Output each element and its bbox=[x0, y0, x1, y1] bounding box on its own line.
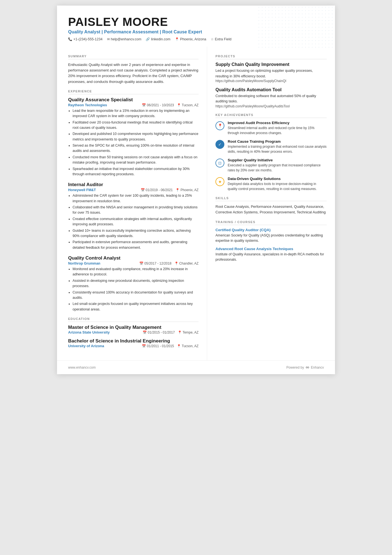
email-value: help@enhancv.com bbox=[111, 37, 142, 41]
achievement-content-2: Root Cause Training Program Implemented … bbox=[228, 139, 327, 154]
summary-section: SUMMARY Enthusiastic Quality Analyst wit… bbox=[68, 55, 199, 85]
job-title-3: Quality Control Analyst bbox=[68, 255, 199, 261]
achievement-title-2: Root Cause Training Program bbox=[228, 139, 327, 144]
job-block-3: Quality Control Analyst Northrop Grumman… bbox=[68, 255, 199, 312]
extra-contact: ☆ Extra Field bbox=[211, 37, 232, 41]
job-dates-loc-2: 📅 01/2019 - 06/2021 📍 Phoenix, AZ bbox=[141, 188, 199, 192]
right-column: PROJECTS Supply Chain Quality Improvemen… bbox=[207, 47, 335, 360]
job-meta-2: Honeywell FM&T 📅 01/2019 - 06/2021 📍 Pho… bbox=[68, 188, 199, 192]
pin-icon-2: 📍 bbox=[175, 188, 180, 192]
location-contact: 📍 Phoenix, Arizona bbox=[175, 37, 206, 41]
education-section: EDUCATION Master of Science in Quality M… bbox=[68, 317, 199, 348]
bullet: Led small-scale projects focused on qual… bbox=[73, 301, 199, 312]
achievement-icon-3: ⊡ bbox=[215, 159, 224, 167]
experience-title: EXPERIENCE bbox=[68, 90, 199, 94]
star-icon: ☆ bbox=[211, 37, 214, 41]
training-block-1: Certified Quality Auditor (CQA) American… bbox=[215, 228, 327, 243]
projects-section: PROJECTS Supply Chain Quality Improvemen… bbox=[215, 55, 327, 108]
calendar-icon-edu1: 📅 bbox=[143, 330, 147, 334]
achievement-desc-2: Implemented a training program that enha… bbox=[228, 144, 327, 154]
project-link-1[interactable]: https://github.com/PaisleyMoore/SupplyCh… bbox=[215, 79, 327, 83]
achievement-icon-1: 📍 bbox=[215, 121, 224, 130]
edu-school-1: Arizona State University bbox=[68, 330, 110, 334]
achievements-title: KEY ACHIEVEMENTS bbox=[215, 113, 327, 118]
project-link-2[interactable]: https://github.com/PaisleyMoore/QualityA… bbox=[215, 104, 327, 108]
bullet: Facilitated over 20 cross-functional mee… bbox=[73, 120, 199, 131]
linkedin-icon: 🔗 bbox=[146, 37, 150, 41]
project-block-2: Quality Audits Automation Tool Contribut… bbox=[215, 87, 327, 108]
training-desc-2: Institute of Quality Assurance, speciali… bbox=[215, 252, 327, 262]
achievements-section: KEY ACHIEVEMENTS 📍 Improved Audit Proces… bbox=[215, 113, 327, 191]
achievement-item-2: ✓ Root Cause Training Program Implemente… bbox=[215, 139, 327, 154]
pin-icon-1: 📍 bbox=[177, 103, 181, 107]
job-bullets-2: Administered the CAR system for over 100… bbox=[68, 193, 199, 250]
edu-school-2: University of Arizona bbox=[68, 344, 104, 348]
job-title-1: Quality Assurance Specialist bbox=[68, 97, 199, 103]
achievement-desc-1: Streamlined internal audits and reduced … bbox=[228, 125, 327, 135]
projects-title: PROJECTS bbox=[215, 55, 327, 59]
resume-page: PAISLEY MOORE Quality Analyst | Performa… bbox=[57, 6, 335, 374]
body-columns: SUMMARY Enthusiastic Quality Analyst wit… bbox=[57, 47, 335, 360]
edu-block-1: Master of Science in Quality Management … bbox=[68, 325, 199, 334]
calendar-icon-1: 📅 bbox=[142, 103, 146, 107]
candidate-title: Quality Analyst | Performance Assessment… bbox=[68, 29, 324, 34]
achievement-title-3: Supplier Quality Initiative bbox=[228, 158, 327, 162]
candidate-name: PAISLEY MOORE bbox=[68, 16, 324, 28]
project-title-2: Quality Audits Automation Tool bbox=[215, 87, 327, 92]
project-desc-2: Contributed to developing software that … bbox=[215, 93, 327, 104]
skills-section: SKILLS Root Cause Analysis, Performance … bbox=[215, 196, 327, 216]
summary-title: SUMMARY bbox=[68, 55, 199, 59]
achievement-content-1: Improved Audit Process Efficiency Stream… bbox=[228, 121, 327, 135]
edu-dates-loc-2: 📅 01/2011 - 01/2015 📍 Tucson, AZ bbox=[142, 344, 199, 348]
achievement-icon-2: ✓ bbox=[215, 140, 224, 149]
achievement-content-4: Data-Driven Quality Solutions Deployed d… bbox=[228, 177, 327, 191]
education-title: EDUCATION bbox=[68, 317, 199, 322]
job-bullets-1: Lead the team responsible for a 15% redu… bbox=[68, 108, 199, 177]
location-icon: 📍 bbox=[175, 37, 179, 41]
job-location-1: 📍 Tucson, AZ bbox=[177, 103, 199, 107]
calendar-icon-3: 📅 bbox=[139, 262, 143, 265]
pin-icon-edu1: 📍 bbox=[178, 330, 182, 334]
training-block-2: Advanced Root Cause Analysis Techniques … bbox=[215, 247, 327, 262]
bullet: Developed and published 10 comprehensive… bbox=[73, 131, 199, 142]
bullet: Lead the team responsible for a 15% redu… bbox=[73, 108, 199, 119]
bullet: Spearheaded an initiative that improved … bbox=[73, 166, 199, 177]
bullet: Consistently ensured 100% accuracy in do… bbox=[73, 290, 199, 301]
bullet: Participated in extensive performance as… bbox=[73, 240, 199, 250]
achievement-title-4: Data-Driven Quality Solutions bbox=[228, 177, 327, 181]
job-meta-1: Raytheon Technologies 📅 06/2021 - 10/202… bbox=[68, 103, 199, 107]
project-desc-1: Led a project focusing on optimizing sup… bbox=[215, 68, 327, 79]
bullet: Administered the CAR system for over 100… bbox=[73, 193, 199, 204]
skills-text: Root Cause Analysis, Performance Assessm… bbox=[215, 204, 327, 216]
job-location-2: 📍 Phoenix, AZ bbox=[175, 188, 199, 192]
edu-meta-2: University of Arizona 📅 01/2011 - 01/201… bbox=[68, 344, 199, 348]
calendar-icon-2: 📅 bbox=[141, 188, 145, 192]
phone-icon: 📞 bbox=[68, 37, 72, 41]
project-title-1: Supply Chain Quality Improvement bbox=[215, 62, 327, 67]
pin-icon-edu2: 📍 bbox=[177, 344, 181, 348]
achievement-content-3: Supplier Quality Initiative Executed a s… bbox=[228, 158, 327, 173]
enhancv-brand-name: Enhancv bbox=[311, 366, 324, 369]
bullet: Collaborated with the NNSA and senior ma… bbox=[73, 205, 199, 216]
location-value: Phoenix, Arizona bbox=[180, 37, 206, 41]
footer-logo: Powered by ∞ Enhancv bbox=[286, 364, 324, 370]
job-dates-loc-3: 📅 05/2017 - 12/2018 📍 Chandler, AZ bbox=[139, 262, 199, 265]
job-block-2: Internal Auditor Honeywell FM&T 📅 01/201… bbox=[68, 182, 199, 250]
training-section: TRAINING / COURSES Certified Quality Aud… bbox=[215, 220, 327, 262]
bullet: Served as the SPOC for all CARs, ensurin… bbox=[73, 143, 199, 154]
enhancv-logo-symbol: ∞ bbox=[306, 364, 309, 370]
extra-value: Extra Field bbox=[215, 37, 232, 41]
bullet: Monitored and evaluated quality complian… bbox=[73, 267, 199, 277]
linkedin-contact[interactable]: 🔗 linkedin.com bbox=[146, 37, 170, 41]
job-dates-1: 📅 06/2021 - 10/2023 bbox=[142, 103, 174, 107]
job-location-3: 📍 Chandler, AZ bbox=[174, 262, 199, 265]
phone-value: +1-(234)-555-1234 bbox=[73, 37, 103, 41]
edu-dates-1: 📅 01/2015 - 01/2017 bbox=[143, 330, 175, 334]
project-block-1: Supply Chain Quality Improvement Led a p… bbox=[215, 62, 327, 83]
job-bullets-3: Monitored and evaluated quality complian… bbox=[68, 267, 199, 312]
job-title-2: Internal Auditor bbox=[68, 182, 199, 188]
powered-by-text: Powered by bbox=[286, 366, 304, 369]
edu-location-2: 📍 Tucson, AZ bbox=[177, 344, 199, 348]
achievement-item-4: ★ Data-Driven Quality Solutions Deployed… bbox=[215, 177, 327, 191]
edu-dates-loc-1: 📅 01/2015 - 01/2017 📍 Tempe, AZ bbox=[143, 330, 199, 334]
